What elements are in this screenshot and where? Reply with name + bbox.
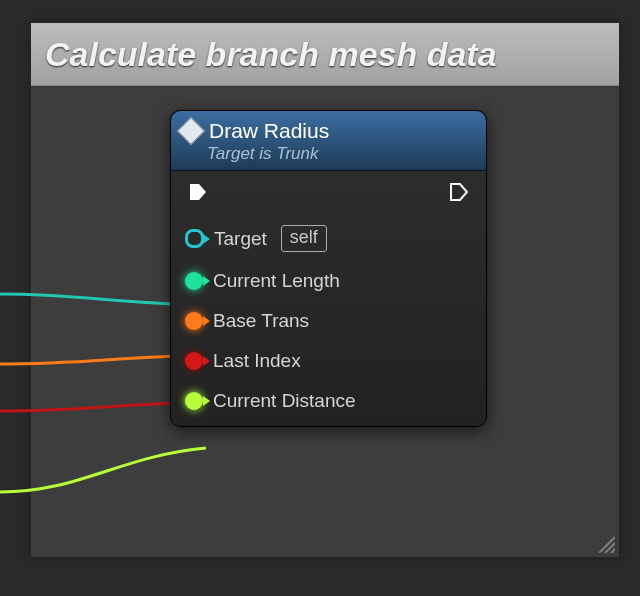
target-self-value[interactable]: self <box>281 225 327 252</box>
input-pin-current-distance[interactable]: Current Distance <box>185 390 472 412</box>
pin-socket-object[interactable] <box>185 229 204 248</box>
input-pin-target[interactable]: Target self <box>185 225 472 252</box>
input-pin-current-length[interactable]: Current Length <box>185 270 472 292</box>
node-subtitle: Target is Trunk <box>207 144 476 164</box>
resize-grip[interactable] <box>595 533 615 553</box>
comment-title[interactable]: Calculate branch mesh data <box>31 23 619 86</box>
pin-socket-float[interactable] <box>185 392 203 410</box>
input-pin-base-trans[interactable]: Base Trans <box>185 310 472 332</box>
pin-label: Current Length <box>213 270 340 292</box>
node-header[interactable]: Draw Radius Target is Trunk <box>171 111 486 171</box>
pin-label: Target <box>214 228 267 250</box>
input-pin-last-index[interactable]: Last Index <box>185 350 472 372</box>
pin-socket-float[interactable] <box>185 272 203 290</box>
blueprint-node-draw-radius[interactable]: Draw Radius Target is Trunk Target self <box>170 110 487 427</box>
pin-label: Base Trans <box>213 310 309 332</box>
pin-socket-int[interactable] <box>185 352 203 370</box>
node-body: Target self Current Length Base Trans La… <box>171 171 486 426</box>
pin-label: Last Index <box>213 350 301 372</box>
exec-out-pin[interactable] <box>448 181 470 207</box>
pin-label: Current Distance <box>213 390 356 412</box>
function-icon <box>177 117 205 145</box>
pin-socket-transform[interactable] <box>185 312 203 330</box>
node-title: Draw Radius <box>209 119 329 143</box>
exec-in-pin[interactable] <box>187 181 209 207</box>
svg-line-2 <box>611 549 615 553</box>
